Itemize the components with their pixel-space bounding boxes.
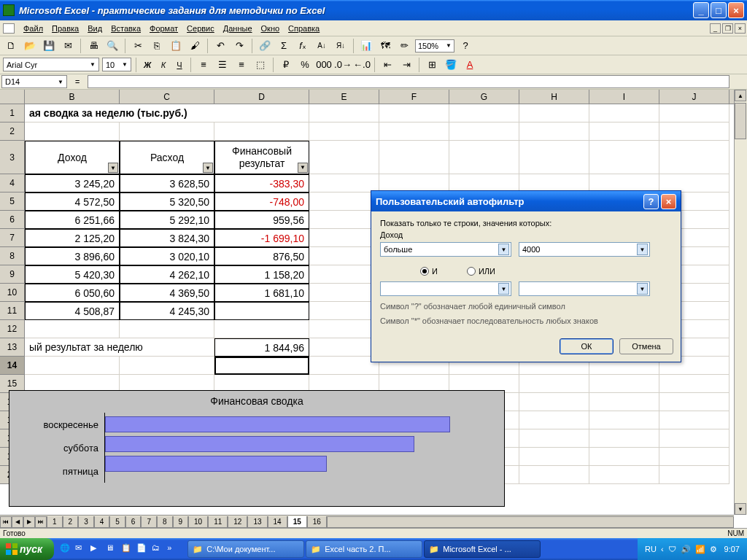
cell-D6[interactable]: 959,56: [214, 211, 309, 229]
paste-icon[interactable]: 📋: [168, 38, 184, 54]
cell-E12[interactable]: [309, 320, 379, 338]
cell-I16[interactable]: [589, 393, 659, 411]
row-header-8[interactable]: 8: [0, 247, 24, 265]
tab-last-icon[interactable]: ⏭: [35, 516, 47, 528]
cell-E11[interactable]: [309, 302, 379, 320]
print-icon[interactable]: 🖶: [85, 38, 101, 54]
cell-E6[interactable]: [309, 211, 379, 229]
filter-dropdown-D[interactable]: ▼: [298, 163, 308, 173]
cell-J20[interactable]: [659, 466, 729, 484]
ql-app3-icon[interactable]: 🗂: [152, 543, 163, 555]
mdi-close[interactable]: ×: [735, 23, 746, 34]
col-header-B[interactable]: B: [25, 90, 120, 104]
col-header-F[interactable]: F: [379, 90, 449, 104]
taskbar-task-1[interactable]: 📁Excel часть 2. П...: [306, 540, 422, 558]
help-icon[interactable]: ?: [457, 38, 473, 54]
cell-B11[interactable]: 4 508,87: [25, 302, 120, 320]
tray-icon-4[interactable]: ⚙: [710, 545, 717, 554]
tray-icon-1[interactable]: 🛡: [668, 545, 676, 553]
cell-D12[interactable]: [214, 320, 309, 338]
cell-C14[interactable]: [120, 357, 214, 375]
inc-indent-icon[interactable]: ⇥: [398, 57, 414, 73]
cell-I19[interactable]: [589, 448, 659, 466]
col-header-D[interactable]: D: [214, 90, 309, 104]
sheet-tab-9[interactable]: 9: [173, 516, 189, 528]
row-header-14[interactable]: 14: [0, 357, 24, 375]
ql-ie-icon[interactable]: 🌐: [60, 543, 71, 555]
scroll-thumb[interactable]: [735, 103, 746, 139]
cell-C6[interactable]: 5 292,10: [120, 211, 214, 229]
copy-icon[interactable]: ⎘: [149, 38, 165, 54]
sheet-tab-4[interactable]: 4: [94, 516, 110, 528]
preview-icon[interactable]: 🔍: [104, 38, 120, 54]
drawing-icon[interactable]: ✏: [396, 38, 412, 54]
map-icon[interactable]: 🗺: [377, 38, 393, 54]
cell-C2[interactable]: [120, 122, 214, 141]
cell-H1[interactable]: [519, 104, 589, 122]
sheet-tab-3[interactable]: 3: [78, 516, 94, 528]
row-header-6[interactable]: 6: [0, 211, 24, 229]
fill-color-icon[interactable]: 🪣: [443, 57, 459, 73]
cell-C7[interactable]: 3 824,30: [120, 229, 214, 247]
row-header-12[interactable]: 12: [0, 320, 24, 338]
align-left-icon[interactable]: ≡: [196, 57, 212, 73]
cut-icon[interactable]: ✂: [130, 38, 146, 54]
italic-button[interactable]: К: [157, 61, 170, 69]
fx-icon[interactable]: fₓ: [295, 38, 311, 54]
cell-I20[interactable]: [589, 466, 659, 484]
cell-E13[interactable]: [309, 338, 379, 357]
bold-button[interactable]: Ж: [141, 61, 154, 69]
cell-B14[interactable]: [25, 357, 120, 375]
ql-app1-icon[interactable]: 📋: [121, 543, 133, 555]
cell-D13[interactable]: 1 844,96: [214, 338, 309, 357]
undo-icon[interactable]: ↶: [212, 38, 228, 54]
row-header-5[interactable]: 5: [0, 192, 24, 211]
new-icon[interactable]: 🗋: [3, 38, 19, 54]
taskbar-task-2[interactable]: 📁Microsoft Excel - ...: [424, 540, 541, 558]
cell-I3[interactable]: [589, 141, 659, 174]
cell-C8[interactable]: 3 020,10: [120, 247, 214, 265]
value1-combo[interactable]: 4000▼: [519, 242, 650, 257]
dialog-help-button[interactable]: ?: [643, 194, 659, 209]
cell-C4[interactable]: 3 628,50: [120, 174, 214, 192]
comma-icon[interactable]: 000: [316, 57, 332, 73]
cell-J3[interactable]: [659, 141, 729, 174]
menu-data[interactable]: Данные: [219, 23, 257, 34]
cancel-button[interactable]: Отмена: [619, 338, 673, 354]
ql-more-icon[interactable]: »: [167, 543, 179, 555]
menu-format[interactable]: Формат: [145, 23, 182, 34]
vertical-scrollbar[interactable]: ▲ ▼: [734, 90, 747, 515]
cell-F2[interactable]: [379, 122, 449, 141]
cell-E14[interactable]: [309, 357, 379, 375]
sheet-tab-5[interactable]: 5: [109, 516, 125, 528]
cell-B4[interactable]: 3 245,20: [25, 174, 120, 192]
ql-desktop-icon[interactable]: 🖥: [106, 543, 117, 555]
cell-J16[interactable]: [659, 393, 729, 411]
inc-dec-icon[interactable]: .0→: [335, 57, 351, 73]
cell-E1[interactable]: [309, 104, 379, 122]
cell-B2[interactable]: [25, 122, 120, 141]
sort-desc-icon[interactable]: Я↓: [333, 38, 349, 54]
cell-B3[interactable]: Доход▼: [25, 141, 120, 174]
cell-B12[interactable]: [25, 320, 120, 338]
sheet-tab-13[interactable]: 13: [247, 516, 267, 528]
cell-B5[interactable]: 4 572,50: [25, 192, 120, 211]
ql-media-icon[interactable]: ▶: [90, 543, 102, 555]
row-header-1[interactable]: 1: [0, 104, 24, 122]
ql-mail-icon[interactable]: ✉: [75, 543, 87, 555]
radio-or[interactable]: ИЛИ: [467, 267, 495, 276]
dialog-close-button[interactable]: ×: [661, 194, 676, 209]
tab-first-icon[interactable]: ⏮: [0, 516, 12, 528]
cell-C9[interactable]: 4 262,10: [120, 265, 214, 284]
cell-D10[interactable]: 1 681,10: [214, 284, 309, 302]
dec-dec-icon[interactable]: ←.0: [354, 57, 370, 73]
row-header-4[interactable]: 4: [0, 174, 24, 192]
ok-button[interactable]: ОК: [560, 338, 614, 354]
sheet-tab-8[interactable]: 8: [157, 516, 173, 528]
cell-D11[interactable]: [214, 302, 309, 320]
fontsize-combo[interactable]: 10▼: [102, 58, 131, 71]
clock[interactable]: 9:07: [724, 545, 740, 553]
font-combo[interactable]: Arial Cyr▼: [3, 58, 99, 71]
row-header-3[interactable]: 3: [0, 141, 24, 174]
sheet-tab-7[interactable]: 7: [141, 516, 157, 528]
